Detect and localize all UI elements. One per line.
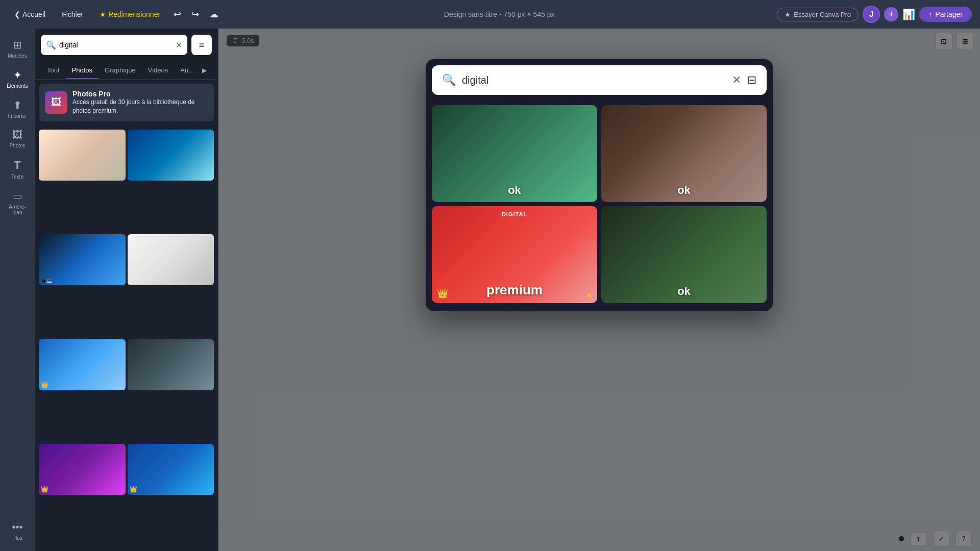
photo-thumb-3[interactable]: 📱💻	[39, 234, 126, 285]
canva-pro-button[interactable]: ★ Essayer Canva Pro	[777, 8, 859, 21]
modal-clear-icon[interactable]: ✕	[732, 73, 741, 87]
search-bar: 🔍 ✕ ≡	[35, 29, 218, 61]
premium-icon: ★	[586, 292, 592, 299]
promo-text: Photos Pro Accès gratuit de 30 jours à l…	[72, 90, 208, 115]
photo-thumb-8[interactable]: 👑	[128, 444, 214, 495]
sidebar-item-background[interactable]: ▭ Arrière-plan	[2, 186, 33, 219]
filter-icon: ≡	[199, 40, 205, 51]
stats-icon[interactable]: 📊	[902, 8, 915, 20]
import-icon: ⬆	[13, 99, 22, 111]
modal-result-3[interactable]: 👑 ★ premium DIGITAL	[432, 206, 597, 303]
photo-thumb-6[interactable]	[128, 339, 214, 390]
share-icon: ↑	[928, 10, 932, 18]
photo-thumb-5[interactable]: 👑	[39, 339, 126, 390]
more-icon: •••	[12, 521, 22, 533]
modal-result-1-label: ok	[508, 184, 521, 197]
share-button[interactable]: ↑ Partager	[919, 7, 972, 22]
premium-crown-icon: 👑	[437, 288, 448, 299]
photo-thumb-7[interactable]: 👑	[39, 444, 126, 495]
tab-graphique[interactable]: Graphique	[99, 61, 142, 79]
digital-text: DIGITAL	[502, 211, 527, 217]
topbar: ❮ Accueil Fichier ★ Redimensionner ↩ ↪ ☁…	[0, 0, 980, 29]
modal-filter-icon[interactable]: ⊟	[747, 73, 756, 87]
modal-result-2[interactable]: ok	[601, 105, 767, 202]
sidebar-item-importer[interactable]: ⬆ Importer	[2, 95, 33, 123]
document-title: Design sans titre - 750 px × 545 px	[226, 10, 773, 18]
modal-result-3-label: premium	[486, 282, 543, 298]
photo-thumb-2[interactable]	[128, 130, 214, 181]
add-team-button[interactable]: +	[884, 7, 898, 21]
save-button[interactable]: ☁	[206, 6, 222, 23]
panel: 🔍 ✕ ≡ Tout Photos Graphique Vidéos	[35, 29, 218, 551]
search-modal: 🔍 ✕ ⊟ ok ok 👑	[426, 59, 773, 311]
elements-icon: ✦	[13, 69, 22, 81]
file-menu-button[interactable]: Fichier	[56, 7, 89, 21]
modal-search-input[interactable]	[462, 74, 726, 86]
tabs: Tout Photos Graphique Vidéos Au... ▶	[35, 61, 218, 80]
sidebar-item-texte[interactable]: T Texte	[2, 155, 33, 184]
topbar-right: ★ Essayer Canva Pro J + 📊 ↑ Partager	[777, 6, 972, 23]
modal-result-4[interactable]: ok	[601, 206, 767, 303]
icon-sidebar: ⊞ Modèles ✦ Éléments ⬆ Importer 🖼 Photos…	[0, 29, 35, 551]
modeles-icon: ⊞	[13, 39, 22, 51]
star-icon: ★	[785, 11, 791, 18]
sidebar-item-elements[interactable]: ✦ Éléments	[2, 65, 33, 93]
tab-photos[interactable]: Photos	[66, 61, 99, 79]
promo-icon: 🖼	[45, 91, 67, 114]
modal-result-2-label: ok	[677, 184, 691, 197]
sidebar-item-modeles[interactable]: ⊞ Modèles	[2, 35, 33, 63]
modal-result-1[interactable]: ok	[432, 105, 597, 202]
photos-promo: 🖼 Photos Pro Accès gratuit de 30 jours à…	[39, 84, 214, 121]
avatar[interactable]: J	[863, 6, 880, 23]
main-layout: ⊞ Modèles ✦ Éléments ⬆ Importer 🖼 Photos…	[0, 29, 980, 551]
canvas-area: ⊡ ⊞ ⏱ 5.0s ↻ 1 ⤢ ?	[218, 29, 980, 551]
tabs-arrow-icon[interactable]: ▶	[200, 67, 209, 74]
undo-button[interactable]: ↩	[170, 6, 184, 23]
modal-search-icon: 🔍	[442, 73, 456, 87]
tab-videos[interactable]: Vidéos	[142, 61, 175, 79]
back-button[interactable]: ❮ Accueil	[8, 7, 52, 21]
crown-badge-8: 👑	[130, 486, 137, 493]
resize-button[interactable]: ★ Redimensionner	[93, 7, 166, 21]
search-overlay[interactable]: 🔍 ✕ ⊟ ok ok 👑	[218, 29, 980, 551]
text-icon: T	[14, 159, 20, 172]
modal-result-4-label: ok	[677, 285, 691, 298]
photo-grid: 📱💻 👑 👑 👑	[35, 126, 218, 551]
crown-badge-5: 👑	[41, 381, 48, 388]
tab-tout[interactable]: Tout	[41, 61, 66, 79]
tab-audio[interactable]: Au...	[174, 61, 200, 79]
sidebar-item-plus[interactable]: ••• Plus	[2, 517, 33, 545]
crown-badge-7: 👑	[41, 486, 48, 493]
filter-button[interactable]: ≡	[191, 35, 212, 55]
clear-icon[interactable]: ✕	[176, 40, 182, 50]
redo-button[interactable]: ↪	[188, 6, 202, 23]
bg-icon: ▭	[13, 190, 22, 202]
search-input[interactable]	[59, 41, 176, 49]
photo-thumb-1[interactable]	[39, 130, 126, 181]
search-input-wrap: 🔍 ✕	[41, 35, 187, 55]
sidebar-item-photos[interactable]: 🖼 Photos	[2, 125, 33, 153]
photo-thumb-4[interactable]	[128, 234, 214, 285]
modal-search-bar: 🔍 ✕ ⊟	[432, 65, 767, 95]
modal-results-grid: ok ok 👑 ★ premium DIGITAL ok	[426, 101, 773, 311]
back-icon: ❮	[14, 10, 20, 18]
search-icon: 🔍	[46, 40, 56, 50]
photos-icon: 🖼	[12, 129, 22, 141]
